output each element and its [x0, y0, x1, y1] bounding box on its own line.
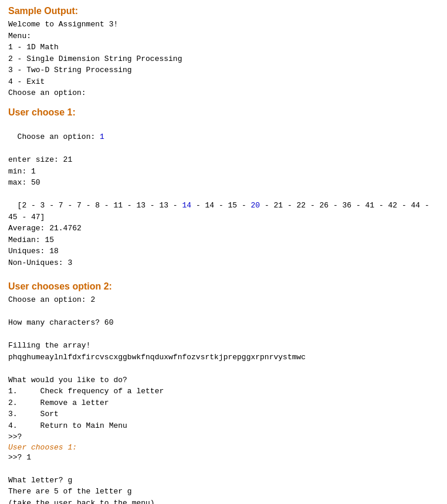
section1-array-line: [2 - 3 - 7 - 7 - 8 - 11 - 13 - 13 - 14 -…: [8, 189, 439, 223]
sub1-prompt: >>? 1: [8, 452, 439, 464]
sub1-note1: (take the user back to the menu): [8, 498, 439, 505]
section1-choose: Choose an option: 1: [8, 120, 439, 143]
sub1-a1: There are 5 of the letter g: [8, 486, 439, 498]
section2-line5: Filling the array!: [8, 340, 439, 352]
section2-title: User chooses option 2:: [8, 281, 439, 292]
section2-line9: 1. Check frequency of a letter: [8, 386, 439, 397]
section1-choose-val: 1: [100, 132, 104, 141]
section2-line11: 3. Sort: [8, 408, 439, 420]
sub1-q1: What letter? g: [8, 475, 439, 486]
section2-line7: [8, 363, 439, 374]
section2-line4: [8, 329, 439, 340]
section1-array-suffix: - 14 - 15 -: [191, 201, 250, 210]
section1-array-14a: 14: [182, 201, 191, 210]
sub1-label: User chooses 1:: [8, 443, 439, 452]
section2-line12: 4. Return to Main Menu: [8, 420, 439, 432]
section1-title: User choose 1:: [8, 107, 439, 118]
section2-line2: [8, 306, 439, 318]
section2-line13: >>?: [8, 431, 439, 443]
sub1-blank: [8, 463, 439, 475]
section1-choose-label: Choose an option:: [18, 132, 100, 141]
main-title: Sample Output:: [8, 6, 439, 16]
section1-array-20: 20: [251, 201, 260, 210]
section1-block1: enter size: 21 min: 1 max: 50: [8, 143, 439, 189]
section1-block2: Average: 21.4762 Median: 15 Uniques: 18 …: [8, 223, 439, 268]
section1-array-prefix: [2 - 3 - 7 - 7 - 8 - 11 - 13 - 13 -: [18, 201, 182, 210]
section2-line3: How many characters? 60: [8, 317, 439, 329]
section2-line8: What would you like to do?: [8, 374, 439, 386]
intro-block: Welcome to Assignment 3! Menu: 1 - 1D Ma…: [8, 19, 439, 99]
section2-line10: 2. Remove a letter: [8, 397, 439, 409]
section2-line6: phqghumeaylnlfdxfircvscxggbwkfnqduxwfnfo…: [8, 352, 439, 363]
section2-line1: Choose an option: 2: [8, 294, 439, 306]
